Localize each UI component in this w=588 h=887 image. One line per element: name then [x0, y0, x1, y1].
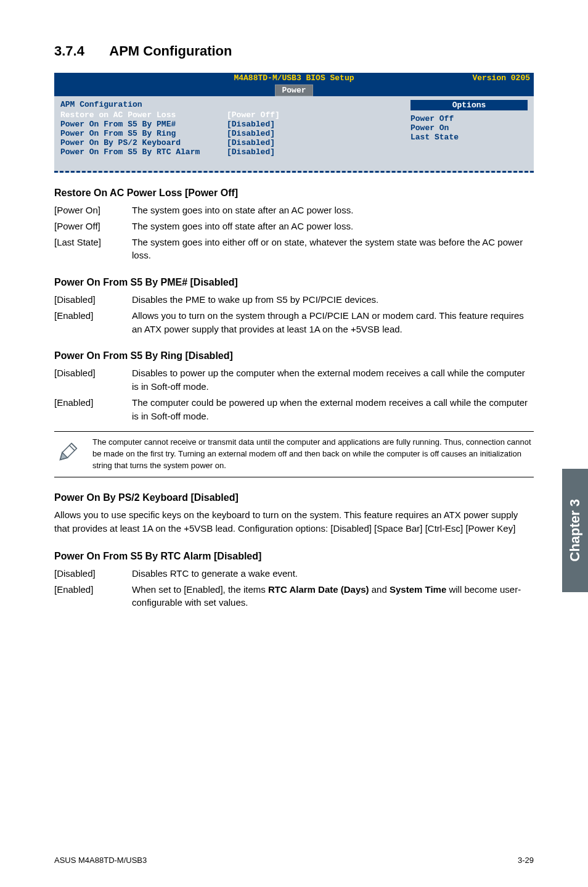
bold-text: RTC Alarm Date (Days)	[268, 584, 369, 595]
page-footer: ASUS M4A88TD-M/USB3 3-29	[54, 856, 534, 865]
definition-row: [Disabled] Disables the PME to wake up f…	[54, 293, 534, 307]
bold-text: System Time	[390, 584, 446, 595]
bios-option: Power Off	[410, 114, 528, 123]
definition-desc: The system goes into either off or on st…	[132, 236, 534, 263]
definition-term: [Enabled]	[54, 309, 132, 336]
bios-row-value: [Disabled]	[227, 120, 275, 129]
subheading-restore-ac: Restore On AC Power Loss [Power Off]	[54, 188, 534, 199]
chapter-side-tab: Chapter 3	[562, 469, 588, 592]
definition-term: [Disabled]	[54, 567, 132, 580]
section-heading: 3.7.4 APM Configuration	[54, 43, 534, 59]
definition-desc: Disables to power up the computer when t…	[132, 366, 534, 394]
bios-main-panel: APM Configuration Restore on AC Power Lo…	[54, 96, 404, 173]
definition-desc: The system goes into off state after an …	[132, 220, 534, 233]
bios-header-title: M4A88TD-M/USB3 BIOS Setup	[54, 73, 534, 84]
definition-row: [Disabled] Disables RTC to generate a wa…	[54, 567, 534, 580]
bios-row-label: Power On From S5 By RTC Alarm	[60, 147, 227, 157]
definition-row: [Enabled] The computer could be powered …	[54, 396, 534, 423]
definition-desc: The computer could be powered up when th…	[132, 396, 534, 423]
bios-row: Power On From S5 By PME# [Disabled]	[60, 120, 398, 129]
section-number: 3.7.4	[54, 43, 106, 59]
pencil-icon	[54, 437, 83, 472]
text-span: When set to [Enabled], the items	[132, 584, 268, 595]
chapter-side-tab-text: Chapter 3	[567, 499, 583, 561]
bios-row-value: [Disabled]	[227, 129, 275, 138]
bios-row-label: Power On From S5 By Ring	[60, 129, 227, 138]
body-paragraph: Allows you to use specific keys on the k…	[54, 508, 534, 536]
bios-panel: M4A88TD-M/USB3 BIOS Setup Version 0205 P…	[54, 73, 534, 173]
definition-term: [Enabled]	[54, 583, 132, 610]
text-span: and	[369, 584, 390, 595]
bios-row: Power On From S5 By RTC Alarm [Disabled]	[60, 147, 398, 157]
bios-row-label: Power On By PS/2 Keyboard	[60, 138, 227, 147]
bios-row-label: Power On From S5 By PME#	[60, 120, 227, 129]
definition-row: [Enabled] Allows you to turn on the syst…	[54, 309, 534, 336]
bios-row-value: [Power Off]	[227, 110, 280, 120]
subheading-pme: Power On From S5 By PME# [Disabled]	[54, 277, 534, 288]
footer-right: 3-29	[518, 856, 534, 865]
definition-term: [Power On]	[54, 204, 132, 217]
definition-desc: Allows you to turn on the system through…	[132, 309, 534, 336]
subheading-ps2: Power On By PS/2 Keyboard [Disabled]	[54, 492, 534, 503]
bios-options-title: Options	[410, 100, 528, 110]
definition-desc: When set to [Enabled], the items RTC Ala…	[132, 583, 534, 610]
bios-body: APM Configuration Restore on AC Power Lo…	[54, 96, 534, 173]
bios-panel-title: APM Configuration	[60, 100, 398, 109]
footer-left: ASUS M4A88TD-M/USB3	[54, 856, 147, 865]
definition-row: [Enabled] When set to [Enabled], the ite…	[54, 583, 534, 610]
subheading-ring: Power On From S5 By Ring [Disabled]	[54, 350, 534, 361]
definition-desc: Disables the PME to wake up from S5 by P…	[132, 293, 534, 307]
bios-header: M4A88TD-M/USB3 BIOS Setup Version 0205	[54, 73, 534, 84]
definition-term: [Last State]	[54, 236, 132, 263]
bios-row: Power On By PS/2 Keyboard [Disabled]	[60, 138, 398, 147]
section-title: APM Configuration	[109, 43, 232, 59]
definition-row: [Disabled] Disables to power up the comp…	[54, 366, 534, 394]
bios-row: Power On From S5 By Ring [Disabled]	[60, 129, 398, 138]
definition-row: [Power On] The system goes into on state…	[54, 204, 534, 217]
definition-term: [Disabled]	[54, 293, 132, 307]
definition-row: [Last State] The system goes into either…	[54, 236, 534, 263]
definition-desc: Disables RTC to generate a wake event.	[132, 567, 534, 580]
bios-row-label: Restore on AC Power Loss	[60, 110, 227, 120]
bios-options-panel: Options Power Off Power On Last State	[404, 96, 534, 173]
bios-option: Last State	[410, 133, 528, 142]
definition-desc: The system goes into on state after an A…	[132, 204, 534, 217]
bios-header-version: Version 0205	[472, 73, 530, 84]
subheading-rtc: Power On From S5 By RTC Alarm [Disabled]	[54, 551, 534, 562]
bios-option: Power On	[410, 123, 528, 133]
definition-term: [Power Off]	[54, 220, 132, 233]
bios-tab-power: Power	[275, 85, 312, 96]
definition-term: [Disabled]	[54, 366, 132, 394]
note-text: The computer cannot receive or transmit …	[92, 437, 534, 472]
note-box: The computer cannot receive or transmit …	[54, 431, 534, 477]
bios-row-value: [Disabled]	[227, 147, 275, 157]
bios-tab-row: Power	[54, 84, 534, 96]
definition-term: [Enabled]	[54, 396, 132, 423]
definition-row: [Power Off] The system goes into off sta…	[54, 220, 534, 233]
bios-row-value: [Disabled]	[227, 138, 275, 147]
bios-row: Restore on AC Power Loss [Power Off]	[60, 110, 398, 120]
